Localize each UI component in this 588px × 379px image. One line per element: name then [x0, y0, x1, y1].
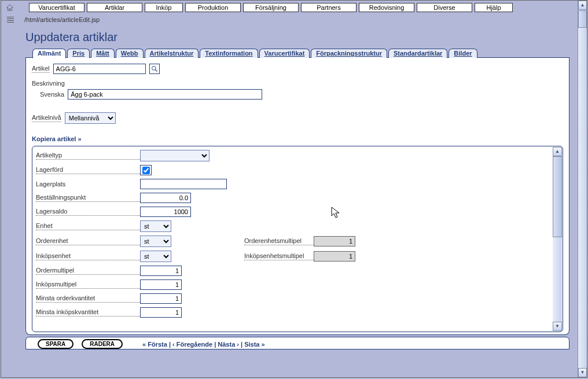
- tab-matt[interactable]: Mått: [91, 49, 115, 58]
- orderenhet-label: Orderenhet: [36, 237, 140, 245]
- home-icon[interactable]: [6, 3, 14, 12]
- level-label: Artikelnivå: [32, 114, 61, 122]
- tabs-row: Allmänt Pris Mått Webb Artikelstruktur T…: [1, 49, 587, 58]
- menu-toggle-icon[interactable]: [7, 16, 16, 24]
- bestallningspunkt-label: Beställningspunkt: [36, 194, 140, 202]
- tab-varucertifikat[interactable]: Varucertifikat: [259, 49, 310, 58]
- inkopsenhet-label: Inköpsenhet: [36, 252, 140, 260]
- sub-scroll-down-icon[interactable]: ▼: [553, 322, 562, 331]
- subpanel-scrollbar[interactable]: ▲ ▼: [553, 147, 562, 331]
- tab-bilder[interactable]: Bilder: [449, 49, 477, 58]
- inkopsmultipel-input[interactable]: [140, 279, 182, 290]
- menu-diverse[interactable]: Diverse: [417, 3, 472, 12]
- sub-scroll-up-icon[interactable]: ▲: [553, 147, 562, 156]
- page-title: Uppdatera artiklar: [1, 27, 587, 49]
- inkopsenhet-select[interactable]: st: [140, 251, 171, 262]
- menu-redovisning[interactable]: Redovisning: [359, 3, 414, 12]
- lagerplats-label: Lagerplats: [36, 181, 140, 187]
- tab-textinformation[interactable]: Textinformation: [200, 49, 258, 58]
- orderenhetsmultipel-label: Orderenhetsmultipel: [244, 237, 314, 245]
- lagersaldo-input[interactable]: [140, 207, 191, 217]
- level-select[interactable]: Mellannivå: [65, 112, 116, 124]
- article-label: Artikel: [32, 65, 50, 73]
- inkopsenhetsmultipel-field: [314, 251, 355, 262]
- minsta-orderkvantitet-input[interactable]: [140, 293, 182, 304]
- scroll-up-icon[interactable]: ▲: [578, 1, 587, 10]
- tab-artikelstruktur[interactable]: Artikelstruktur: [145, 49, 199, 58]
- enhet-select[interactable]: st: [140, 220, 171, 232]
- detail-sub-panel: ▲ ▼ Artikeltyp Lagerförd Lagerplats Best…: [32, 146, 563, 332]
- tab-standardartiklar[interactable]: Standardartiklar: [388, 49, 447, 58]
- artikeltyp-label: Artikeltyp: [36, 152, 140, 160]
- menu-forsaljning[interactable]: Försäljning: [243, 3, 299, 12]
- enhet-label: Enhet: [36, 222, 140, 230]
- lagerford-checkbox-wrap[interactable]: [140, 165, 152, 175]
- tab-forpackningsstruktur[interactable]: Förpackningsstruktur: [311, 49, 387, 58]
- scroll-thumb[interactable]: [578, 10, 587, 28]
- menu-partners[interactable]: Partners: [301, 3, 357, 12]
- record-nav-links[interactable]: « Första | ‹ Föregående | Nästa › | Sist…: [142, 341, 265, 348]
- menu-produktion[interactable]: Produktion: [185, 3, 241, 12]
- delete-button[interactable]: RADERA: [82, 339, 123, 349]
- description-heading: Beskrivning: [32, 80, 563, 87]
- ordermultipel-input[interactable]: [140, 266, 182, 276]
- lagerford-checkbox[interactable]: [142, 167, 150, 174]
- menu-hjalp[interactable]: Hjälp: [475, 3, 513, 12]
- svg-point-0: [152, 67, 156, 71]
- lagerplats-input[interactable]: [140, 179, 227, 189]
- description-lang-label: Svenska: [40, 91, 64, 98]
- menu-varucertifikat[interactable]: Varucertifikat: [29, 3, 84, 12]
- orderenhetsmultipel-field: [314, 236, 355, 246]
- svg-line-1: [155, 70, 157, 72]
- artikeltyp-select[interactable]: [140, 150, 210, 161]
- lagerford-label: Lagerförd: [36, 166, 140, 174]
- bestallningspunkt-input[interactable]: [140, 193, 191, 203]
- search-icon: [151, 65, 158, 72]
- scroll-down-icon[interactable]: ▼: [578, 368, 587, 377]
- minsta-orderkvantitet-label: Minsta orderkvantitet: [36, 295, 140, 303]
- article-search-button[interactable]: [149, 64, 160, 74]
- description-input[interactable]: [68, 89, 262, 100]
- ordermultipel-label: Ordermultipel: [36, 267, 140, 275]
- sub-scroll-thumb[interactable]: [553, 156, 562, 237]
- orderenhet-select[interactable]: st: [140, 236, 171, 247]
- minsta-inkopskvantitet-input[interactable]: [140, 307, 182, 318]
- footer-bar: SPARA RADERA « Första | ‹ Föregående | N…: [25, 337, 569, 349]
- tab-pris[interactable]: Pris: [67, 49, 90, 58]
- menu-inkop[interactable]: Inköp: [145, 3, 183, 12]
- lagersaldo-label: Lagersaldo: [36, 208, 140, 216]
- menu-artiklar[interactable]: Artiklar: [87, 3, 142, 12]
- top-menu: Varucertifikat Artiklar Inköp Produktion…: [29, 3, 513, 12]
- inkopsmultipel-label: Inköpsmultipel: [36, 281, 140, 289]
- copy-article-link[interactable]: Kopiera artikel »: [32, 135, 82, 142]
- save-button[interactable]: SPARA: [38, 339, 74, 349]
- article-input[interactable]: [53, 64, 146, 74]
- main-panel: Artikel Beskrivning Svenska Artikelnivå …: [25, 58, 569, 335]
- tab-allmant[interactable]: Allmänt: [32, 49, 66, 58]
- minsta-inkopskvantitet-label: Minsta inköpskvantitet: [36, 308, 140, 317]
- inkopsenhetsmultipel-label: Inköpsenhetsmultipel: [244, 252, 314, 260]
- breadcrumb-path: /html/articles/articleEdit.jsp: [24, 16, 100, 23]
- tab-webb[interactable]: Webb: [116, 49, 144, 58]
